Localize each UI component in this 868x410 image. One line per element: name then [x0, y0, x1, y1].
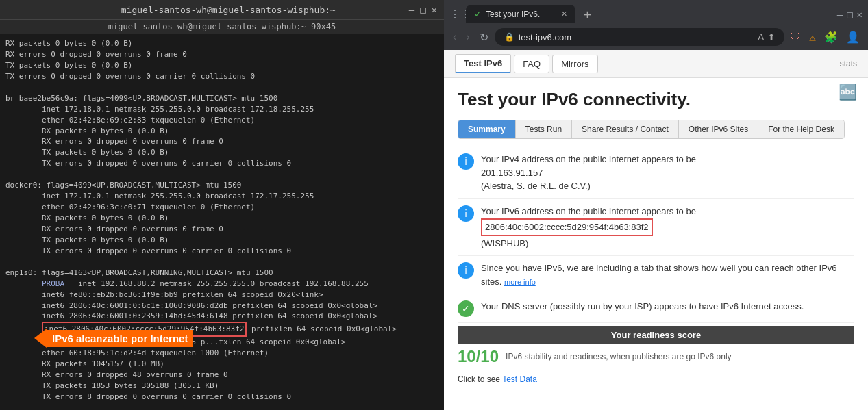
terminal-line: RX errors 0 dropped 0 overruns 0 frame 0	[5, 136, 438, 147]
terminal-line: RX packets 0 bytes 0 (0.0 B)	[5, 38, 438, 49]
translate-lang-icon[interactable]: A	[758, 31, 764, 42]
test-data-prefix: Click to see	[458, 374, 502, 384]
page-title: Test your IPv6 connectivity.	[458, 89, 854, 110]
terminal-line: inet6 2806:40c:6001:0:6c1e:1060:9086:d2d…	[5, 300, 438, 311]
terminal-line: inet6 2806:40c:6001:0:2359:14hd:45d4:614…	[5, 311, 438, 322]
terminal-line: RX packets 1045157 (1.0 MB)	[5, 359, 438, 370]
extension-puzzle-icon[interactable]: 🧩	[821, 29, 841, 45]
info-icon-dns: ✓	[458, 300, 474, 317]
ipv6-address-box: 2806:40c:6002:cccc:5d29:954f:4b63:83f2	[481, 218, 653, 236]
info-text-ipv4: Your IPv4 address on the public Internet…	[481, 153, 854, 193]
terminal-subtitle: miguel-santos-wh@miguel-santos-wisphub:~…	[0, 20, 444, 34]
lock-icon: 🔒	[504, 32, 514, 42]
terminal-line: TX packets 0 bytes 0 (0.0 B)	[5, 147, 438, 158]
terminal-controls[interactable]: – □ ✕	[409, 4, 437, 15]
forward-button[interactable]: ›	[462, 29, 473, 44]
terminal-line: TX packets 0 bytes 0 (0.0 B)	[5, 235, 438, 246]
info-item-ipv4: i Your IPv4 address on the public Intern…	[458, 147, 854, 199]
info-text-ipv6: Your IPv6 address on the public Internet…	[481, 205, 854, 251]
warning-icon: ⚠	[806, 29, 819, 45]
terminal-titlebar: miguel-santos-wh@miguel-santos-wisphub:~…	[0, 0, 444, 20]
browser-navbar: ‹ › ↻ 🔒 test-ipv6.com A ⬆ 🛡 ⚠ 🧩 👤	[444, 24, 868, 50]
site-navigation: Test IPv6 FAQ Mirrors stats	[444, 50, 868, 78]
info-text-tab: Since you have IPv6, we are including a …	[481, 261, 854, 288]
terminal-title: miguel-santos-wh@miguel-santos-wisphub:~	[48, 5, 409, 15]
readiness-score: 10/10	[458, 347, 499, 366]
close-browser-icon[interactable]: ✕	[857, 9, 863, 20]
terminal-line: inet6 fe80::eb2b:bc36:1f9e:bb9 prefixlen…	[5, 290, 438, 300]
tab-share-results[interactable]: Share Results / Contact	[572, 120, 679, 138]
readiness-row: 10/10 IPv6 stability and readiness, when…	[458, 344, 854, 369]
minimize-browser-icon[interactable]: –	[837, 9, 843, 20]
browser-chrome: ⋮⋮ ✓ Test your IPv6. ✕ + – □ ✕ ‹ › ↻ 🔒 t…	[444, 0, 868, 50]
page-main-content: 🔤 Test your IPv6 connectivity. Summary T…	[444, 78, 868, 410]
terminal-line: enp1s0: flags=4163<UP,BROADCAST,RUNNING,…	[5, 268, 438, 279]
tab-favicon-icon: ✓	[474, 9, 482, 19]
test-data-row: Click to see Test Data	[458, 374, 854, 384]
info-text-dns: Your DNS server (possibly run by your IS…	[481, 300, 854, 313]
annotation-text: IPv6 alcanzable por Internet	[47, 330, 193, 347]
terminal-line: TX errors 0 dropped 0 overruns 0 carrier…	[5, 246, 438, 257]
url-display: test-ipv6.com	[519, 32, 754, 42]
site-tab-faq[interactable]: FAQ	[514, 55, 549, 73]
terminal-line: TX errors 8 dropped 0 overruns 0 carrier…	[5, 392, 438, 402]
reload-button[interactable]: ↻	[476, 29, 492, 45]
terminal-line: TX errors 0 dropped 0 overruns 0 carrier…	[5, 158, 438, 169]
terminal-line: TX errors 0 dropped 0 overruns 0 carrier…	[5, 71, 438, 82]
terminal-line: RX errors 0 dropped 48 overruns 0 frame …	[5, 370, 438, 381]
terminal-line: inet 172.17.0.1 netmask 255.255.0.0 broa…	[5, 191, 438, 202]
more-info-link[interactable]: more info	[504, 278, 536, 286]
maximize-browser-icon[interactable]: □	[847, 9, 852, 20]
back-button[interactable]: ‹	[449, 29, 460, 44]
minimize-icon[interactable]: –	[409, 4, 414, 15]
readiness-banner: Your readiness score	[458, 326, 854, 344]
webpage-content: Test IPv6 FAQ Mirrors stats 🔤 Test your …	[444, 50, 868, 410]
ipv4-address: 201.163.91.157	[481, 168, 543, 178]
terminal-line: PROBA inet 192.168.88.2 netmask 255.255.…	[5, 279, 438, 290]
close-icon[interactable]: ✕	[432, 4, 437, 15]
info-items-list: i Your IPv4 address on the public Intern…	[458, 147, 854, 323]
info-icon-ipv6: i	[458, 205, 474, 222]
browser-panel: ⋮⋮ ✓ Test your IPv6. ✕ + – □ ✕ ‹ › ↻ 🔒 t…	[444, 0, 868, 410]
tab-close-icon[interactable]: ✕	[561, 10, 567, 18]
test-data-link[interactable]: Test Data	[502, 374, 537, 384]
ipv6-intro: Your IPv6 address on the public Internet…	[481, 206, 696, 216]
translate-icon[interactable]: 🔤	[839, 84, 857, 101]
info-item-ipv6-tab: i Since you have IPv6, we are including …	[458, 256, 854, 294]
terminal-line: inet 172.18.0.1 netmask 255.255.0.0 broa…	[5, 104, 438, 115]
tab-tests-run[interactable]: Tests Run	[516, 120, 572, 138]
maximize-icon[interactable]: □	[420, 4, 425, 15]
terminal-line: RX errors 0 dropped 0 overruns 0 frame 0	[5, 224, 438, 235]
terminal-line: TX packets 0 bytes 0 (0.0 B)	[5, 60, 438, 71]
dns-text: Your DNS server (possibly run by your IS…	[481, 301, 804, 311]
address-bar[interactable]: 🔒 test-ipv6.com A ⬆	[495, 28, 785, 46]
site-tab-test-ipv6[interactable]: Test IPv6	[455, 54, 511, 73]
new-tab-button[interactable]: +	[578, 4, 597, 24]
tab-summary[interactable]: Summary	[458, 120, 516, 138]
terminal-line: docker0: flags=4099<UP,BROADCAST,MULTICA…	[5, 180, 438, 191]
terminal-body: RX packets 0 bytes 0 (0.0 B) RX errors 0…	[0, 34, 444, 410]
tab-label: Test your IPv6.	[486, 10, 540, 19]
terminal-line: ether 02:42:8e:69:e2:83 txqueuelen 0 (Et…	[5, 115, 438, 126]
content-tabs: Summary Tests Run Share Results / Contac…	[458, 120, 845, 139]
browser-extensions: 🛡 ⚠ 🧩 👤	[787, 29, 863, 45]
terminal-line: ether 02:42:96:3c:c0:71 txqueuelen 0 (Et…	[5, 202, 438, 213]
tab-help-desk[interactable]: For the Help Desk	[758, 120, 844, 138]
info-item-ipv6: i Your IPv6 address on the public Intern…	[458, 199, 854, 257]
terminal-line: RX packets 0 bytes 0 (0.0 B)	[5, 213, 438, 224]
ipv6-annotation: IPv6 alcanzable por Internet	[34, 329, 193, 348]
profile-icon[interactable]: 👤	[843, 29, 863, 45]
brave-icon[interactable]: 🛡	[787, 29, 804, 45]
site-tab-mirrors[interactable]: Mirrors	[552, 55, 597, 73]
info-icon-tab: i	[458, 262, 474, 279]
terminal-line: RX packets 0 bytes 0 (0.0 B)	[5, 126, 438, 137]
browser-titlebar: ⋮⋮ ✓ Test your IPv6. ✕ + – □ ✕	[444, 0, 868, 24]
tab-other-sites[interactable]: Other IPv6 Sites	[679, 120, 758, 138]
browser-tab-active[interactable]: ✓ Test your IPv6. ✕	[466, 5, 575, 23]
ipv4-intro: Your IPv4 address on the public Internet…	[481, 154, 696, 164]
share-icon[interactable]: ⬆	[768, 32, 775, 42]
stats-link[interactable]: stats	[840, 59, 857, 68]
terminal-line: RX errors 0 dropped 0 overruns 0 frame 0	[5, 49, 438, 60]
info-icon-ipv4: i	[458, 153, 474, 170]
ipv4-isp: (Alestra, S. de R.L. de C.V.)	[481, 181, 591, 191]
